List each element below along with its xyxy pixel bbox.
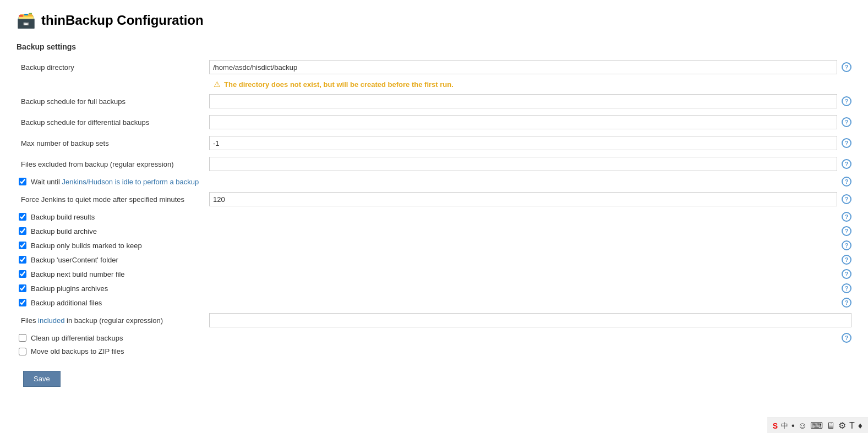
backup-additional-checkbox[interactable] xyxy=(19,299,26,306)
backup-next-build-help-icon[interactable]: ? xyxy=(842,269,851,279)
backup-usercontent-label: Backup 'userContent' folder xyxy=(31,256,118,264)
backup-schedule-diff-help-icon[interactable]: ? xyxy=(842,117,851,127)
page-title: thinBackup Configuration xyxy=(41,13,204,28)
backup-build-results-help-icon[interactable]: ? xyxy=(842,212,851,222)
backup-build-archive-checkbox[interactable] xyxy=(19,227,26,235)
force-quiet-mode-input[interactable] xyxy=(209,192,837,206)
force-quiet-mode-help-icon[interactable]: ? xyxy=(842,194,851,204)
clean-up-differential-checkbox[interactable] xyxy=(19,334,26,342)
wait-jenkins-idle-label: Wait until Jenkins/Hudson is idle to per… xyxy=(31,178,199,186)
backup-plugins-checkbox[interactable] xyxy=(19,284,26,292)
backup-schedule-full-label: Backup schedule for full backups xyxy=(17,97,209,106)
backup-directory-warning: ⚠ The directory does not exist, but will… xyxy=(17,80,851,89)
max-backup-sets-label: Max number of backup sets xyxy=(17,139,209,147)
backup-next-build-row: Backup next build number file ? xyxy=(17,269,851,279)
files-excluded-row: Files excluded from backup (regular expr… xyxy=(17,156,851,172)
backup-schedule-full-row: Backup schedule for full backups ? xyxy=(17,93,851,109)
wait-jenkins-idle-checkbox[interactable] xyxy=(19,178,26,185)
files-excluded-help-icon[interactable]: ? xyxy=(842,159,851,169)
clean-up-differential-row: Clean up differential backups ? xyxy=(17,333,851,343)
backup-schedule-diff-row: Backup schedule for differential backups… xyxy=(17,114,851,130)
files-included-link[interactable]: included xyxy=(38,316,64,325)
clean-up-differential-help-icon[interactable]: ? xyxy=(842,333,851,343)
wait-jenkins-idle-help-icon[interactable]: ? xyxy=(842,177,851,187)
force-quiet-mode-label: Force Jenkins to quiet mode after specif… xyxy=(17,195,209,204)
files-included-row: Files included in backup (regular expres… xyxy=(17,312,851,328)
backup-plugins-label: Backup plugins archives xyxy=(31,284,108,293)
files-excluded-input[interactable] xyxy=(209,157,837,171)
move-old-backups-row: Move old backups to ZIP files xyxy=(17,347,851,355)
backup-build-results-checkbox[interactable] xyxy=(19,213,26,221)
files-included-input[interactable] xyxy=(209,313,851,327)
move-old-backups-label: Move old backups to ZIP files xyxy=(31,347,124,355)
max-backup-sets-input[interactable] xyxy=(209,136,837,150)
save-button[interactable]: Save xyxy=(23,371,61,387)
backup-next-build-checkbox[interactable] xyxy=(19,270,26,278)
backup-directory-row: Backup directory ? xyxy=(17,59,851,75)
backup-only-marked-help-icon[interactable]: ? xyxy=(842,240,851,250)
force-quiet-mode-row: Force Jenkins to quiet mode after specif… xyxy=(17,191,851,207)
move-old-backups-checkbox[interactable] xyxy=(19,348,26,355)
backup-plugins-row: Backup plugins archives ? xyxy=(17,283,851,293)
max-backup-sets-help-icon[interactable]: ? xyxy=(842,138,851,148)
backup-additional-row: Backup additional files ? xyxy=(17,298,851,308)
backup-schedule-full-help-icon[interactable]: ? xyxy=(842,96,851,106)
jenkins-hudson-link[interactable]: Jenkins/Hudson is idle to perform a back… xyxy=(62,178,199,186)
backup-schedule-diff-input[interactable] xyxy=(209,115,837,129)
thinbackup-icon: 🗃️ xyxy=(17,11,36,29)
backup-only-marked-row: Backup only builds marked to keep ? xyxy=(17,240,851,250)
backup-build-archive-label: Backup build archive xyxy=(31,227,97,235)
backup-directory-input[interactable] xyxy=(209,60,837,74)
backup-build-archive-help-icon[interactable]: ? xyxy=(842,226,851,236)
backup-directory-label: Backup directory xyxy=(17,63,209,72)
warning-icon: ⚠ xyxy=(214,80,221,89)
backup-additional-help-icon[interactable]: ? xyxy=(842,298,851,308)
backup-usercontent-checkbox[interactable] xyxy=(19,256,26,264)
wait-jenkins-idle-row: Wait until Jenkins/Hudson is idle to per… xyxy=(17,177,851,187)
files-included-label: Files included in backup (regular expres… xyxy=(17,316,209,325)
backup-usercontent-help-icon[interactable]: ? xyxy=(842,255,851,265)
backup-schedule-full-input[interactable] xyxy=(209,94,837,108)
backup-settings-section: Backup settings xyxy=(17,42,851,53)
backup-additional-label: Backup additional files xyxy=(31,299,102,307)
backup-build-results-row: Backup build results ? xyxy=(17,212,851,222)
backup-build-archive-row: Backup build archive ? xyxy=(17,226,851,236)
backup-only-marked-checkbox[interactable] xyxy=(19,242,26,249)
backup-next-build-label: Backup next build number file xyxy=(31,270,125,278)
backup-schedule-diff-label: Backup schedule for differential backups xyxy=(17,118,209,127)
clean-up-differential-label: Clean up differential backups xyxy=(31,334,123,342)
warning-text: The directory does not exist, but will b… xyxy=(224,80,454,89)
backup-directory-help-icon[interactable]: ? xyxy=(842,62,851,72)
backup-only-marked-label: Backup only builds marked to keep xyxy=(31,242,142,250)
backup-usercontent-row: Backup 'userContent' folder ? xyxy=(17,255,851,265)
backup-plugins-help-icon[interactable]: ? xyxy=(842,283,851,293)
backup-build-results-label: Backup build results xyxy=(31,213,95,221)
max-backup-sets-row: Max number of backup sets ? xyxy=(17,135,851,151)
files-excluded-label: Files excluded from backup (regular expr… xyxy=(17,160,209,168)
